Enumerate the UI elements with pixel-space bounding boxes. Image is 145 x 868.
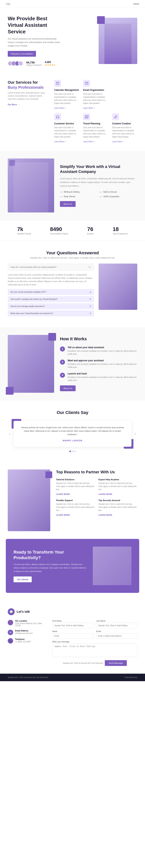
- services-link[interactable]: Get More →: [8, 103, 20, 106]
- reason-2: Flexible Support Sample text. Click to s…: [56, 499, 95, 517]
- simplify-btn[interactable]: About Us: [60, 201, 76, 207]
- name-input[interactable]: [52, 633, 93, 639]
- cta-title: Ready to Transform Your Productivity?: [14, 550, 87, 560]
- reason-link-0[interactable]: LEARN MORE: [56, 493, 70, 495]
- how-step-desc-2: Excepteur sint occaecat cupidatat non pr…: [68, 376, 137, 382]
- phone-value: +1 (800) 123-4567: [15, 641, 31, 643]
- testimonial-prev-btn[interactable]: ‹: [8, 431, 11, 436]
- service-link-4[interactable]: Learn More >: [112, 141, 124, 143]
- hero-avatars: [8, 61, 23, 66]
- service-card-0: Calendar Management Duis aute irure dolo…: [54, 80, 79, 110]
- nav-menu[interactable]: menu: [134, 2, 139, 5]
- contact-bubble: 💬: [8, 608, 15, 615]
- faq-item-0[interactable]: Are your virtual assistants available 24…: [8, 289, 94, 295]
- service-title-2: Customer Service: [54, 122, 79, 125]
- service-card-1: Email Organization Duis aute irure dolor…: [83, 80, 108, 110]
- faq-item-1[interactable]: How would I manage and contact my Virtua…: [8, 296, 94, 302]
- simplify-features: — Writing & Editing — Safe & Secure — Re…: [60, 190, 137, 198]
- cta-content: Ready to Transform Your Productivity? Ut…: [14, 550, 87, 582]
- service-desc-3: Duis aute irure dolor in reprehenderit i…: [83, 126, 108, 138]
- service-link-3[interactable]: Learn More >: [83, 141, 95, 143]
- testimonial-next-btn[interactable]: ›: [134, 431, 137, 436]
- dot-0[interactable]: [69, 451, 71, 452]
- hero-cta-button[interactable]: Request a Consultation: [8, 51, 36, 57]
- service-card-2: Customer Service Duis aute irure dolor i…: [54, 113, 79, 143]
- faq-arrow-3: ▼: [89, 312, 91, 314]
- dot-1[interactable]: [72, 451, 73, 452]
- testimonial-quote: "Aenean pulvinar dui ornare, feugiat lor…: [19, 426, 126, 436]
- faq-item-3[interactable]: What tasks your Virtual Assistants are t…: [8, 310, 94, 316]
- service-desc-4: Duis aute irure dolor in reprehenderit i…: [112, 126, 137, 138]
- services-subtitle: Lorem at amet nunc venenatis ipsum. quas…: [8, 91, 46, 101]
- calendar-icon: [56, 82, 59, 85]
- service-title-1: Email Organization: [83, 89, 108, 91]
- faq-search-box[interactable]: [8, 264, 94, 271]
- email-form-input[interactable]: [96, 633, 137, 639]
- service-link-2[interactable]: Learn More >: [54, 141, 66, 143]
- faq-item-2[interactable]: How do you manage quality assurance? ▼: [8, 303, 94, 309]
- how-step-title-1: Meet and approve your assistant: [68, 359, 137, 362]
- search-icon: [88, 266, 91, 268]
- faq-image: [99, 264, 137, 310]
- last-name-label: Last Name: [96, 620, 137, 622]
- navigation: logo menu: [0, 0, 145, 8]
- how-step-num-1: 2: [60, 360, 65, 365]
- how-title: How It Works: [60, 336, 137, 341]
- first-name-input[interactable]: [52, 623, 93, 628]
- hero-content: We Provide Best Virtual Assistant Servic…: [8, 16, 95, 66]
- reason-1: Expert Help Anytime Sample text. Click t…: [98, 478, 137, 496]
- form-submit-btn[interactable]: Send Message: [105, 660, 127, 666]
- last-name-input[interactable]: [96, 623, 137, 628]
- feature-2: — Real Clients: [60, 195, 98, 198]
- faq-title: Your Questions Answered: [8, 250, 137, 255]
- cta-section: Ready to Transform Your Productivity? Ut…: [6, 539, 139, 593]
- testimonial-wrapper: ‹ "Aenean pulvinar dui ornare, feugiat l…: [8, 421, 137, 447]
- nav-logo: logo: [6, 2, 10, 5]
- service-icon-0: [54, 80, 61, 87]
- stat-0: 7k Satisfied Clients: [17, 226, 31, 235]
- contact-info-location: 📍 Our Location 1234 Street Address City,…: [8, 620, 46, 627]
- how-step-desc-0: Excepteur sint occaecat cupidatat non pr…: [68, 349, 137, 356]
- headset-icon: [56, 115, 59, 119]
- feature-0: — Writing & Editing: [60, 190, 98, 193]
- service-link-1[interactable]: Learn More >: [83, 107, 95, 109]
- service-link-0[interactable]: Learn More >: [54, 107, 66, 109]
- contact-info: 📍 Our Location 1234 Street Address City,…: [8, 620, 46, 666]
- reason-link-2[interactable]: LEARN MORE: [56, 514, 70, 516]
- footer-link[interactable]: Free Elements: [125, 676, 137, 679]
- stat-2: 76 Experts: [87, 226, 94, 235]
- stat-label-3: Years Experience: [113, 233, 128, 235]
- dot-2[interactable]: [74, 451, 76, 452]
- svg-rect-0: [56, 82, 59, 85]
- faq-search-input[interactable]: [10, 266, 87, 268]
- svg-line-9: [90, 268, 91, 268]
- how-btn[interactable]: About Us: [60, 385, 76, 391]
- customers-stat: 64,739 Happy Customers: [26, 61, 42, 66]
- message-textarea[interactable]: [52, 644, 137, 657]
- hero-person-silhouette: [104, 24, 131, 64]
- testimonial-dots: [8, 451, 137, 452]
- simplify-image: [8, 158, 54, 213]
- reason-title-0: Tailored Solutions: [56, 478, 95, 480]
- how-image: [8, 335, 54, 393]
- reason-3: Top Security Assured Sample text. Click …: [98, 499, 137, 517]
- stat-label-2: Experts: [87, 233, 94, 235]
- service-title-0: Calendar Management: [54, 89, 79, 91]
- email-contact-icon: ✉: [9, 631, 11, 634]
- services-section: Our Services for Busy Professionals Lore…: [0, 72, 145, 151]
- reasons-title: Top Reasons to Partner With Us: [56, 469, 137, 474]
- svg-point-8: [89, 266, 91, 268]
- service-card-3: Travel Planning Duis aute irure dolor in…: [83, 113, 108, 143]
- email-icon: [85, 82, 88, 85]
- cta-desc: Ut enim ad minim, ullamco laboris nisi u…: [14, 563, 87, 573]
- chat-icon: 💬: [9, 610, 13, 614]
- how-step-title-2: Launch and track: [68, 372, 137, 375]
- pencil-icon: [114, 115, 117, 119]
- cta-btn[interactable]: Get started: [14, 577, 32, 582]
- faq-arrow-0: ▲: [89, 291, 91, 293]
- how-section: How It Works 1 Tell us about your ideal …: [0, 327, 145, 400]
- how-step-title-0: Tell us about your ideal assistant: [68, 346, 137, 349]
- reason-title-1: Expert Help Anytime: [98, 478, 137, 480]
- reason-link-1[interactable]: LEARN MORE: [98, 493, 112, 495]
- reason-link-3[interactable]: LEARN MORE: [98, 514, 112, 516]
